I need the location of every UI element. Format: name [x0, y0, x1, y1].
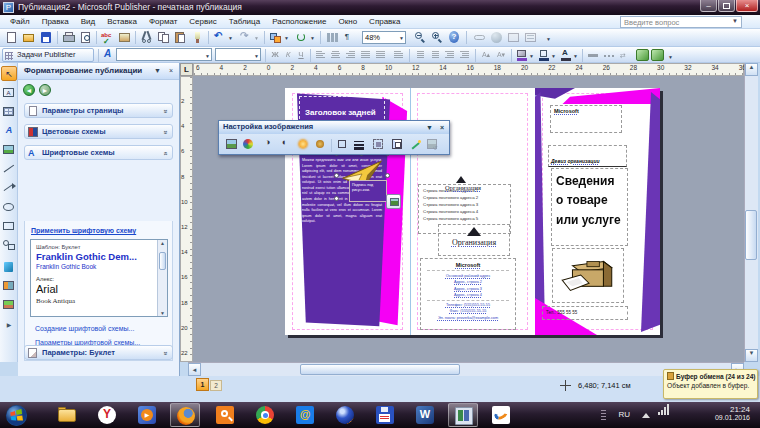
arrow-tool[interactable] — [1, 180, 17, 195]
text-box-tool[interactable]: A — [1, 85, 17, 100]
picture-toolbar-close-icon[interactable]: × — [440, 124, 444, 131]
toolbar-overflow-icon[interactable]: ▼ — [544, 30, 554, 45]
scroll-down-icon[interactable]: ▼ — [158, 310, 167, 316]
taskbar-media-player-icon[interactable]: ▶ — [132, 403, 162, 427]
menu-item[interactable]: Расположение — [266, 16, 332, 27]
zoom-dropdown-icon[interactable]: ▼ — [399, 35, 404, 41]
less-brightness-icon[interactable] — [313, 137, 328, 152]
taskbar-yandex-search-icon[interactable] — [210, 403, 240, 427]
section-page-options[interactable]: Параметры страницы » — [24, 103, 173, 118]
scroll-left-button[interactable]: ◄ — [188, 363, 201, 376]
taskbar-word-icon[interactable]: W — [410, 403, 440, 427]
taskbar-save-tool-icon[interactable] — [370, 403, 400, 427]
menu-item[interactable]: Сервис — [183, 16, 222, 27]
section-font-schemes[interactable]: A Шрифтовые схемы » — [24, 145, 173, 160]
line-color-dropdown-icon[interactable]: ▼ — [551, 53, 556, 59]
menu-item[interactable]: Таблица — [223, 16, 266, 27]
autoshapes-tool[interactable] — [1, 237, 17, 252]
picture-toolbar-menu-icon[interactable]: ▼ — [426, 124, 433, 131]
styles-and-formatting-icon[interactable]: A — [101, 48, 114, 63]
apply-font-scheme-link[interactable]: Применить шрифтовую схему — [31, 227, 136, 234]
scheme-template-name[interactable]: Franklin Gothic Dem... — [36, 251, 137, 262]
crop-icon[interactable] — [335, 137, 350, 152]
align-left-icon[interactable] — [314, 50, 327, 61]
picture-caption[interactable]: Подпись под рисун-ком. — [349, 180, 387, 202]
taskbar-explorer-icon[interactable] — [52, 403, 82, 427]
special-characters-icon[interactable]: ¶ — [341, 30, 353, 45]
section-color-schemes[interactable]: Цветовые схемы » — [24, 124, 173, 139]
font-size-dropdown-icon[interactable]: ▼ — [254, 53, 259, 59]
select-objects-tool[interactable]: ↖ — [1, 66, 17, 81]
menu-item[interactable]: Формат — [143, 16, 183, 27]
resize-handle[interactable] — [385, 173, 390, 178]
threed-style-button[interactable] — [651, 49, 664, 61]
logo-textbox[interactable]: Организация — [438, 224, 510, 256]
resize-handle[interactable] — [334, 196, 339, 201]
picture-toolbar[interactable]: Настройка изображения ▼ × ◑ ◐ ↺ — [218, 120, 450, 155]
pane-back-button[interactable]: ◄ — [23, 84, 35, 96]
more-contrast-icon[interactable]: ◑ — [260, 137, 275, 152]
decrease-indent-icon[interactable] — [443, 50, 456, 61]
item-from-library-tool[interactable] — [1, 297, 17, 312]
front-tagline-textbox[interactable]: Девиз организации — [548, 145, 627, 167]
redo-button[interactable]: ↷▼ — [238, 30, 260, 45]
spelling-icon[interactable]: abc✓ — [100, 30, 116, 45]
minimize-button[interactable]: – — [700, 0, 717, 12]
ask-question-dropdown-icon[interactable]: ▼ — [732, 18, 738, 24]
resize-handle[interactable] — [334, 173, 339, 178]
more-brightness-icon[interactable] — [296, 137, 311, 152]
copy-icon[interactable] — [156, 30, 172, 45]
publisher-tasks-button[interactable]: Задачи Publisher — [2, 48, 94, 62]
font-name-combobox[interactable]: ▼ — [116, 48, 212, 61]
print-preview-icon[interactable] — [78, 30, 94, 45]
insert-picture-icon[interactable] — [224, 137, 239, 152]
insert-table-tool[interactable] — [1, 104, 17, 119]
menu-item[interactable]: Окно — [333, 16, 364, 27]
horizontal-scroll-thumb[interactable] — [300, 364, 460, 375]
publication-canvas[interactable]: Заголовок задней Можем предложить вам эт… — [193, 76, 744, 362]
rotate-button[interactable]: ▼ — [294, 30, 316, 45]
distribute-icon[interactable] — [374, 50, 387, 61]
front-company-textbox[interactable]: Microsoft — [550, 105, 622, 133]
rectangle-tool[interactable] — [1, 218, 17, 233]
vertical-scroll-thumb[interactable] — [745, 210, 757, 260]
taskbar-browser-globe-icon[interactable] — [330, 403, 360, 427]
taskbar-yandex-browser-icon[interactable]: Y — [92, 403, 122, 427]
picture-frame-tool[interactable] — [1, 142, 17, 157]
taskbar-mail-agent-icon[interactable]: @ — [290, 403, 320, 427]
front-picture-frame[interactable] — [552, 248, 624, 303]
close-button[interactable]: × — [736, 0, 758, 12]
zoom-in-icon[interactable] — [429, 30, 445, 45]
help-icon[interactable]: ? — [446, 30, 462, 45]
menu-item[interactable]: Вид — [75, 16, 101, 27]
design-gallery-object-tool[interactable] — [1, 278, 17, 293]
fill-color-button[interactable]: ▼ — [515, 48, 535, 63]
web-page-preview-icon[interactable] — [489, 30, 505, 45]
font-size-combobox[interactable]: ▼ — [215, 48, 261, 61]
fill-color-dropdown-icon[interactable]: ▼ — [529, 53, 534, 59]
open-in-browser-icon[interactable] — [506, 30, 522, 45]
format-picture-icon[interactable] — [390, 137, 405, 152]
taskbar-chrome-icon[interactable] — [250, 403, 280, 427]
line-tool[interactable] — [1, 161, 17, 176]
cut-icon[interactable] — [139, 30, 155, 45]
start-button[interactable] — [2, 403, 32, 427]
columns-icon[interactable] — [324, 30, 340, 45]
taskbar-publisher-icon[interactable] — [448, 403, 478, 427]
oval-tool[interactable] — [1, 199, 17, 214]
taskbar-firefox-icon[interactable] — [170, 403, 200, 427]
increase-font-icon[interactable]: A▴ — [479, 48, 493, 63]
undo-button[interactable]: ↶▼ — [212, 30, 234, 45]
network-signal-icon[interactable] — [658, 406, 672, 422]
picture-smart-tag-button[interactable] — [386, 194, 401, 209]
menu-item[interactable]: Файл — [4, 16, 36, 27]
language-indicator[interactable]: RU — [618, 410, 630, 419]
font-name-dropdown-icon[interactable]: ▼ — [205, 53, 210, 59]
menu-item[interactable]: Вставка — [101, 16, 143, 27]
shadow-style-button[interactable] — [636, 49, 649, 61]
underline-button[interactable]: Ч — [295, 48, 307, 63]
contact-info-textbox[interactable]: Microsoft Основной рабочий адресАдрес, с… — [420, 258, 516, 330]
line-style-icon[interactable] — [352, 137, 367, 152]
objects-toolbar-expand-icon[interactable]: ▶ — [1, 318, 17, 333]
line-color-button[interactable]: ▼ — [537, 48, 557, 63]
